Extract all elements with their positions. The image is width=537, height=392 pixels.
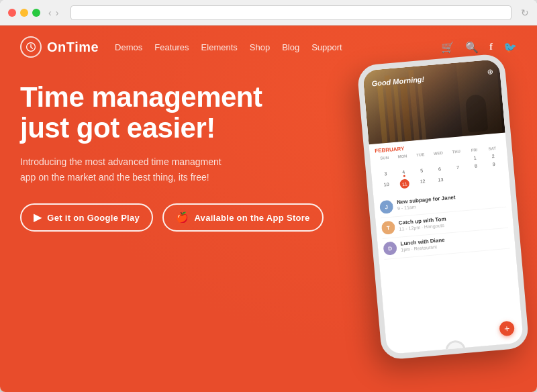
twitter-icon[interactable]: 🐦 — [503, 41, 517, 54]
android-icon: ▶ — [34, 211, 42, 224]
back-arrow-icon[interactable]: ‹ — [48, 7, 52, 18]
cal-day-7: 7 — [449, 163, 467, 175]
close-dot[interactable] — [8, 9, 16, 17]
event-2-avatar: T — [381, 220, 396, 235]
nav-links: Demos Features Elements Shop Blog Suppor… — [115, 42, 342, 52]
event-1-avatar: J — [379, 200, 394, 215]
phone-header-image: Good Morning! ⊕ — [362, 59, 505, 144]
google-play-label: Get it on Google Play — [47, 213, 140, 223]
cal-day-4: 4 — [395, 168, 413, 179]
event-3-avatar: D — [383, 241, 397, 256]
cal-empty-4 — [430, 156, 448, 165]
cart-icon[interactable]: 🛒 — [441, 41, 454, 54]
browser-chrome: ‹ › ↻ — [0, 0, 537, 26]
cal-day-12: 12 — [413, 177, 432, 187]
forward-arrow-icon[interactable]: › — [56, 7, 59, 18]
browser-nav: ‹ › — [48, 7, 58, 18]
phone-search-icon: ⊕ — [487, 68, 493, 77]
day-thu: THU — [447, 149, 465, 154]
hero-title: Time management just got easier! — [20, 82, 275, 144]
nav-demos[interactable]: Demos — [115, 42, 142, 52]
logo-icon — [20, 36, 42, 58]
nav-features[interactable]: Features — [154, 42, 189, 52]
phone-outer: Good Morning! ⊕ February SUN MON TUE WED… — [356, 53, 530, 360]
navbar: OnTime Demos Features Elements Shop Blog… — [0, 26, 537, 68]
day-fri: FRI — [465, 147, 483, 152]
phone-fab-button[interactable]: + — [499, 320, 515, 336]
day-sat: SAT — [483, 146, 501, 151]
cal-day-9: 9 — [485, 160, 503, 171]
browser-dots — [8, 9, 40, 17]
phone-events: J New subpage for Janet 9 - 11am T — [373, 183, 516, 262]
day-sun: SUN — [375, 155, 393, 160]
facebook-icon[interactable]: f — [489, 42, 493, 52]
nav-support[interactable]: Support — [311, 42, 342, 52]
phone-person — [465, 94, 489, 132]
nav-blog[interactable]: Blog — [282, 42, 299, 52]
cal-day-5: 5 — [413, 166, 431, 177]
hero-subtitle: Introducing the most advanced time manag… — [20, 154, 222, 185]
minimize-dot[interactable] — [20, 9, 28, 17]
day-tue: TUE — [411, 152, 430, 157]
cal-day-11-today: 11 — [399, 179, 409, 189]
nav-elements[interactable]: Elements — [201, 42, 238, 52]
cal-day-3: 3 — [377, 169, 395, 181]
cal-day-8: 8 — [467, 161, 485, 173]
event-2-avatar-placeholder: T — [381, 220, 396, 235]
nav-icons: 🛒 🔍 f 🐦 — [441, 41, 517, 54]
cal-day-6: 6 — [431, 164, 449, 176]
logo-text: OnTime — [47, 40, 99, 55]
cal-day-10: 10 — [377, 180, 395, 191]
phone-screen: Good Morning! ⊕ February SUN MON TUE WED… — [362, 59, 524, 354]
app-store-label: Available on the App Store — [194, 213, 309, 223]
day-mon: MON — [393, 154, 411, 159]
page-content: OnTime Demos Features Elements Shop Blog… — [0, 26, 537, 392]
event-1-avatar-placeholder: J — [379, 200, 394, 215]
browser-window: ‹ › ↻ OnTime Demos Features Elements Sho… — [0, 0, 537, 392]
event-1-details: New subpage for Janet 9 - 11am — [397, 190, 506, 211]
address-bar[interactable] — [70, 5, 511, 20]
svg-line-2 — [31, 47, 32, 48]
google-play-button[interactable]: ▶ Get it on Google Play — [20, 203, 153, 232]
phone-mockup: Good Morning! ⊕ February SUN MON TUE WED… — [336, 39, 537, 392]
app-store-button[interactable]: 🍎 Available on the App Store — [162, 203, 324, 232]
search-icon[interactable]: 🔍 — [465, 41, 479, 54]
day-wed: WED — [429, 150, 447, 156]
refresh-icon[interactable]: ↻ — [521, 7, 529, 18]
apple-icon: 🍎 — [176, 211, 189, 224]
event-3-avatar-placeholder: D — [383, 241, 397, 256]
cal-day-13: 13 — [432, 175, 450, 186]
fullscreen-dot[interactable] — [32, 9, 40, 17]
nav-shop[interactable]: Shop — [250, 42, 270, 52]
